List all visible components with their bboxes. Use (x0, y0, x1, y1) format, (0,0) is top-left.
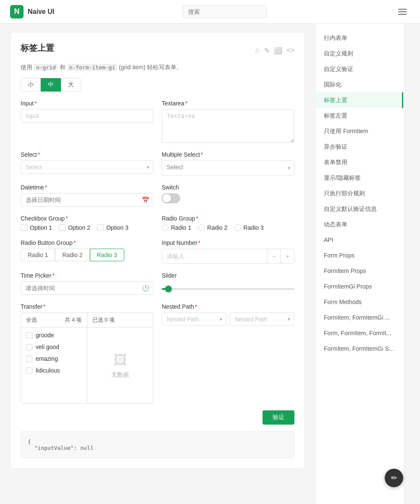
datetime-field[interactable] (21, 193, 153, 207)
sidebar-item-15[interactable]: FormItem Props (315, 263, 403, 279)
nested-select-1-wrapper: Nested Path ▾ (162, 312, 226, 326)
checkbox-group-label: Checkbox Group* (21, 215, 153, 222)
checkbox-option-3[interactable]: Option 3 (97, 224, 129, 231)
slider-track[interactable] (162, 288, 294, 290)
sidebar-item-20[interactable]: FormItem, FormItemGi S... (315, 341, 403, 357)
sidebar-item-1[interactable]: 自定义规则 (315, 46, 403, 61)
sidebar-item-18[interactable]: FormItem, FormItemGi ... (315, 310, 403, 326)
form-item-nested-path: Nested Path* Nested Path ▾ Nested Path (162, 303, 294, 404)
transfer-source-panel: 全选 共 4 项 groode veli good (21, 313, 87, 403)
radio-label-2: Radio 2 (207, 224, 227, 231)
transfer-item-0[interactable]: groode (21, 329, 87, 341)
nested-path-wrapper: Nested Path ▾ Nested Path ▾ (162, 312, 294, 326)
size-tab-large[interactable]: 大 (61, 78, 81, 92)
form-item-checkbox-group: Checkbox Group* Option 1 Option 2 (21, 215, 153, 231)
slider-label: Slider (162, 272, 294, 279)
transfer-checkbox-1 (26, 344, 32, 350)
sidebar-item-4[interactable]: 标签上置 (315, 92, 403, 108)
app-title: Naive UI (28, 8, 54, 16)
header: N Naive UI (0, 0, 420, 24)
checkbox-option-2[interactable]: Option 2 (59, 224, 90, 231)
sidebar-item-7[interactable]: 异步验证 (315, 139, 403, 155)
nested-select-2[interactable]: Nested Path (230, 312, 294, 326)
transfer-items-list: groode veli good emazing (21, 328, 87, 403)
transfer-item-1[interactable]: veli good (21, 341, 87, 353)
search-input[interactable] (183, 5, 267, 18)
transfer-item-label-0: groode (36, 332, 54, 339)
verify-button[interactable]: 验证 (262, 410, 294, 425)
input-number-label: Input Number* (162, 239, 294, 246)
sidebar-item-12[interactable]: 动态表单 (315, 217, 403, 232)
transfer-source-header: 全选 共 4 项 (21, 313, 87, 328)
nested-select-1[interactable]: Nested Path (162, 312, 226, 326)
radio-group: Radio 1 Radio 2 Radio 3 (162, 224, 294, 231)
card-description: 使用 n-grid 和 n-form-item-gi (grid item) 轻… (21, 64, 294, 71)
sidebar-item-5[interactable]: 标签左置 (315, 108, 403, 123)
radio-option-3[interactable]: Radio 3 (234, 224, 264, 231)
size-tab-medium[interactable]: 中 (41, 78, 61, 92)
transfer-item-3[interactable]: lidiculous (21, 365, 87, 376)
select-field[interactable]: Select (21, 160, 153, 174)
transfer-checkbox-2 (26, 356, 32, 362)
checkbox-box-3 (97, 224, 104, 231)
calendar-icon: 📅 (142, 197, 149, 203)
transfer-widget: 全选 共 4 项 groode veli good (21, 312, 153, 404)
slider-wrapper (162, 281, 294, 293)
radio-label-1: Radio 1 (171, 224, 191, 231)
form-item-select: Select* Select ▾ (21, 151, 153, 176)
radio-group-label: Radio Group* (162, 215, 294, 222)
code-icon[interactable]: <> (286, 47, 294, 55)
transfer-item-2[interactable]: emazing (21, 353, 87, 365)
checkbox-label-1: Option 1 (30, 224, 52, 231)
sidebar: 行内表单 自定义规则 自定义验证 国际化 标签上置 标签左置 只使用 FormI… (315, 24, 403, 504)
sidebar-item-9[interactable]: 显示/隐藏标签 (315, 170, 403, 186)
radio-btn-3[interactable]: Radio 3 (90, 249, 124, 261)
input-label: Input* (21, 100, 153, 107)
hamburger-menu[interactable] (395, 5, 410, 18)
sidebar-item-2[interactable]: 自定义验证 (315, 61, 403, 77)
sidebar-item-16[interactable]: FormItemGi Props (315, 279, 403, 294)
radio-option-2[interactable]: Radio 2 (198, 224, 227, 231)
sidebar-item-14[interactable]: Form Props (315, 248, 403, 263)
transfer-empty-text: 无数据 (111, 371, 129, 379)
sidebar-item-17[interactable]: Form Methods (315, 294, 403, 310)
sidebar-item-10[interactable]: 只执行部分规则 (315, 186, 403, 201)
datetime-label: Datetime* (21, 184, 153, 191)
radio-btn-1[interactable]: Radio 1 (21, 249, 55, 261)
textarea-field[interactable] (162, 109, 294, 143)
decrement-button[interactable]: − (267, 249, 281, 263)
input-field[interactable] (21, 109, 153, 123)
sidebar-item-3[interactable]: 国际化 (315, 77, 403, 92)
size-tab-small[interactable]: 小 (21, 78, 41, 92)
transfer-empty-state: 🖼 无数据 (87, 328, 153, 403)
radio-btn-2[interactable]: Radio 2 (55, 249, 89, 261)
transfer-count-label: 共 4 项 (65, 316, 81, 324)
edit-icon[interactable]: ✎ (264, 47, 270, 55)
multiple-select-field[interactable]: Select (162, 160, 294, 176)
sidebar-item-11[interactable]: 自定义默认验证信息 (315, 201, 403, 217)
slider-thumb[interactable] (165, 286, 172, 292)
textarea-label: Textarea* (162, 100, 294, 107)
logo-icon: N (10, 5, 24, 18)
copy-icon[interactable]: ⬜ (274, 47, 282, 55)
radio-option-1[interactable]: Radio 1 (162, 224, 191, 231)
sidebar-item-0[interactable]: 行内表单 (315, 30, 403, 46)
switch-toggle[interactable] (162, 193, 180, 203)
fab-button[interactable]: ✏ (385, 469, 403, 487)
checkbox-option-1[interactable]: Option 1 (21, 224, 52, 231)
select-label: Select* (21, 151, 153, 158)
time-picker-field[interactable] (21, 281, 153, 295)
input-number-field[interactable] (162, 250, 267, 262)
card-header: 标签上置 ☆ ✎ ⬜ <> (21, 42, 294, 59)
form-item-transfer: Transfer* 全选 共 4 项 groode (21, 303, 153, 404)
select-wrapper: Select ▾ (21, 160, 153, 174)
sidebar-item-6[interactable]: 只使用 FormItem (315, 123, 403, 139)
datetime-wrapper: 📅 (21, 193, 153, 207)
sidebar-item-8[interactable]: 表单禁用 (315, 155, 403, 170)
transfer-checkbox-3 (26, 368, 32, 374)
sidebar-item-13[interactable]: API (315, 232, 403, 248)
increment-button[interactable]: + (281, 249, 294, 263)
sidebar-item-19[interactable]: Form, FormItem, FormIt... (315, 326, 403, 341)
preview-icon[interactable]: ☆ (254, 47, 260, 55)
nested-path-label: Nested Path* (162, 303, 294, 310)
